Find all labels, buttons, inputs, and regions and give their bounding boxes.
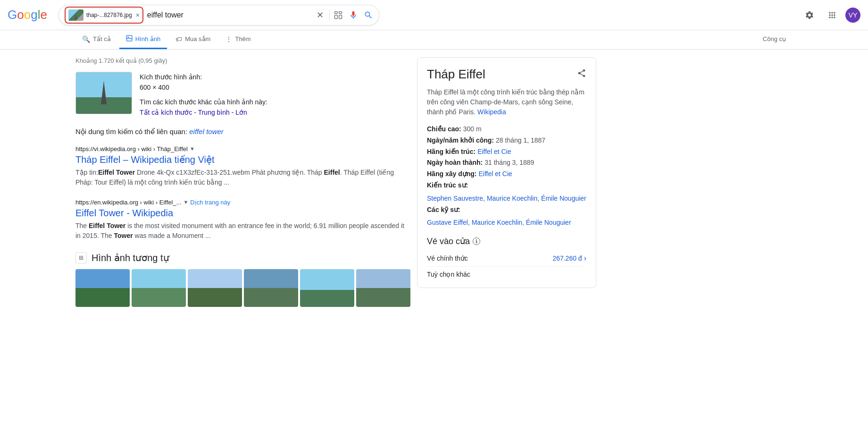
images-tab-icon	[126, 35, 133, 43]
kp-ticket-arrow-icon: ›	[584, 254, 586, 263]
translate-link[interactable]: Dịch trang này	[190, 199, 230, 206]
kp-architect-1-link[interactable]: Stephen Sauvestre	[427, 195, 483, 202]
google-logo[interactable]: Google	[8, 8, 47, 22]
kp-tickets-section-title: Vé vào cửa ℹ	[427, 236, 586, 246]
kp-architect-2-link[interactable]: Maurice Koechlin	[487, 195, 537, 202]
search-result-2: https://en.wikipedia.org › wiki › Eiffel…	[75, 199, 406, 241]
related-query: Nội dung tìm kiếm có thể liên quan: eiff…	[75, 127, 406, 136]
kp-header: Tháp Eiffel	[427, 67, 586, 82]
kp-description: Tháp Eiffel là một công trình kiến trúc …	[427, 87, 586, 117]
tab-images-label: Hình ảnh	[135, 35, 161, 42]
similar-images-heading: Hình ảnh tương tự	[92, 252, 169, 263]
image-info-text: Kích thước hình ảnh: 600 × 400 Tìm các k…	[140, 72, 267, 118]
source-image-preview	[75, 72, 132, 114]
kp-builder-link[interactable]: Eiffel et Cie	[478, 169, 512, 180]
search-input[interactable]	[147, 11, 311, 19]
kp-title: Tháp Eiffel	[427, 67, 485, 82]
search-result-1: https://vi.wikipedia.org › wiki › Tháp_E…	[75, 145, 406, 187]
result-1-title[interactable]: Tháp Eiffel – Wikipedia tiếng Việt	[75, 153, 406, 166]
image-size-links: Tất cả kích thước - Trung bình - Lớn	[140, 107, 267, 118]
result-1-url-arrow[interactable]: ▼	[190, 146, 195, 152]
kp-architect-firm-link[interactable]: Eiffel et Cie	[477, 146, 511, 158]
kp-fact-start-date: Ngày/năm khởi công: 28 tháng 1, 1887	[427, 135, 586, 146]
kp-ticket-official-price: 267.260 đ ›	[552, 254, 586, 263]
size-label: Kích thước hình ảnh:	[140, 73, 202, 81]
result-2-url: https://en.wikipedia.org › wiki › Eiffel…	[75, 199, 406, 206]
kp-ticket-alt-label: Tuỳ chọn khác	[427, 267, 586, 278]
search-submit-icon[interactable]	[364, 10, 373, 20]
kp-fact-engineers: Các kỹ sư: Gustave Eiffel, Maurice Koech…	[427, 204, 586, 229]
header-right: VY	[800, 6, 860, 25]
knowledge-panel: Tháp Eiffel Tháp Eiffel là một công trìn…	[417, 57, 596, 288]
voice-search-icon[interactable]	[349, 10, 358, 20]
image-size-info: Kích thước hình ảnh: 600 × 400	[140, 72, 267, 93]
similar-image-6[interactable]	[356, 269, 410, 307]
similar-images-row	[75, 269, 406, 307]
similar-image-5[interactable]	[300, 269, 354, 307]
kp-architect-3-link[interactable]: Émile Nouguier	[541, 195, 586, 202]
chip-filename-label: thap-...827876.jpg	[86, 12, 132, 18]
kp-engineer-1-link[interactable]: Gustave Eiffel	[427, 219, 468, 226]
result-2-snippet: The Eiffel Tower is the most visited mon…	[75, 221, 406, 241]
kp-ticket-official[interactable]: Vé chính thức 267.260 đ ›	[427, 250, 586, 267]
search-divider	[329, 9, 330, 21]
main-content: Khoảng 1.720 kết quả (0,95 giây) Kích th…	[0, 50, 868, 307]
kp-share-icon[interactable]	[577, 68, 586, 80]
tab-all-label: Tất cả	[93, 35, 111, 42]
size-value: 600 × 400	[140, 84, 169, 91]
result-2-url-arrow[interactable]: ▼	[183, 199, 188, 205]
chip-close-icon[interactable]: ×	[136, 11, 140, 19]
tab-all[interactable]: 🔍 Tất cả	[75, 31, 117, 49]
result-1-snippet: Tập tin:Eiffel Tower Drone 4k-Qx c1X3zfE…	[75, 168, 406, 187]
svg-rect-3	[339, 15, 342, 19]
settings-button[interactable]	[800, 6, 819, 25]
image-info-box: Kích thước hình ảnh: 600 × 400 Tìm các k…	[75, 72, 406, 118]
svg-rect-0	[334, 11, 337, 13]
other-sizes: Tìm các kích thước khác của hình ảnh này…	[140, 97, 267, 118]
kp-fact-completion: Ngày hoàn thành: 31 tháng 3, 1889	[427, 157, 586, 169]
kp-ticket-official-label: Vé chính thức	[427, 254, 468, 262]
header: Google thap-...827876.jpg × ✕	[0, 0, 868, 30]
image-search-chip[interactable]: thap-...827876.jpg ×	[65, 7, 143, 24]
user-avatar[interactable]: VY	[845, 8, 860, 23]
tab-more-label: Thêm	[235, 35, 250, 42]
tickets-info-icon[interactable]: ℹ	[473, 237, 480, 245]
medium-size-link[interactable]: Trung bình	[198, 109, 230, 116]
result-1-url: https://vi.wikipedia.org › wiki › Tháp_E…	[75, 145, 406, 153]
find-sizes-label: Tìm các kích thước khác của hình ảnh này…	[140, 98, 267, 106]
similar-image-1[interactable]	[75, 269, 130, 307]
more-tab-icon: ⋮	[225, 35, 232, 43]
search-tab-icon: 🔍	[82, 35, 90, 43]
image-search-icon[interactable]	[334, 10, 343, 20]
similar-image-4[interactable]	[244, 269, 298, 307]
nav-tabs: 🔍 Tất cả Hình ảnh 🏷 Mua sắm ⋮ Thêm Công …	[0, 30, 868, 50]
similar-image-2[interactable]	[132, 269, 186, 307]
svg-rect-2	[334, 15, 337, 19]
related-query-prefix: Nội dung tìm kiếm có thể liên quan:	[75, 127, 187, 136]
tab-images[interactable]: Hình ảnh	[119, 30, 167, 49]
shopping-tab-icon: 🏷	[175, 35, 182, 43]
tab-more[interactable]: ⋮ Thêm	[219, 31, 257, 49]
tools-label: Công cụ	[763, 35, 786, 42]
result-2-title[interactable]: Eiffel Tower - Wikipedia	[75, 207, 406, 219]
similar-image-3[interactable]	[188, 269, 242, 307]
similar-images-icon: ⊞	[75, 252, 87, 263]
kp-fact-architect-firm: Hãng kiến trúc: Eiffel et Cie	[427, 146, 586, 158]
search-icons	[334, 10, 373, 20]
svg-rect-1	[339, 11, 342, 13]
tab-tools[interactable]: Công cụ	[756, 31, 793, 49]
apps-button[interactable]	[823, 6, 842, 25]
kp-fact-builder: Hãng xây dựng: Eiffel et Cie	[427, 169, 586, 180]
related-query-link[interactable]: eiffel tower	[189, 127, 224, 136]
kp-engineer-3-link[interactable]: Émile Nouguier	[526, 219, 571, 226]
kp-engineer-2-link[interactable]: Maurice Koechlin	[472, 219, 522, 226]
all-sizes-link[interactable]: Tất cả kích thước	[140, 109, 192, 116]
clear-search-icon[interactable]: ✕	[315, 8, 326, 22]
tab-shopping[interactable]: 🏷 Mua sắm	[169, 31, 217, 49]
search-bar: thap-...827876.jpg × ✕	[58, 5, 379, 25]
kp-wikipedia-link[interactable]: Wikipedia	[477, 108, 506, 116]
kp-fact-height: Chiều cao: 300 m	[427, 124, 586, 135]
eiffel-tower-shape	[99, 81, 108, 104]
large-size-link[interactable]: Lớn	[235, 109, 247, 116]
tab-shopping-label: Mua sắm	[185, 35, 210, 42]
